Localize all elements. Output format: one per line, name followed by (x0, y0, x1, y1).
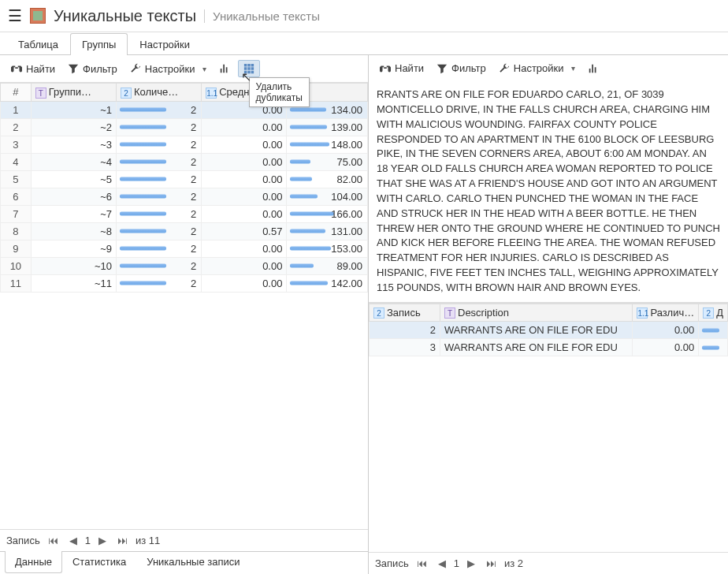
app-icon (30, 8, 46, 24)
left-toolbar: Найти Фильтр Настройки ↖ Удалить дублика… (0, 55, 368, 82)
float-type-icon: 1.1 (206, 88, 217, 99)
tab-groups[interactable]: Группы (70, 33, 128, 55)
table-row[interactable]: 8~820.57131.00 (1, 222, 368, 240)
int-type-icon: 2 (373, 308, 384, 319)
table-row[interactable]: 1~120.00134.00 (1, 101, 368, 118)
detail-text[interactable]: RRANTS ARE ON FILE FOR EDUARDO CARLO, 21… (369, 81, 728, 302)
title-bar: ☰ Уникальные тексты Уникальные тексты (0, 0, 728, 32)
col-diff[interactable]: 1.1Различ… (633, 304, 699, 322)
col-record[interactable]: 2Запись (370, 304, 440, 322)
binoculars-icon (11, 63, 22, 74)
int-type-icon: 2 (121, 88, 132, 99)
table-row[interactable]: 11~1120.00142.00 (1, 274, 368, 292)
prev-page[interactable]: ◀ (66, 535, 80, 546)
col-group[interactable]: TГруппи… (31, 84, 116, 102)
wrench-icon (499, 63, 510, 74)
next-page[interactable]: ▶ (464, 557, 478, 569)
left-grid[interactable]: # TГруппи… 2Количе… 1.1Средне… 1~120.001… (0, 82, 368, 529)
settings-dropdown[interactable]: Настройки (125, 61, 211, 77)
dedup-button[interactable] (238, 60, 260, 77)
binoculars-icon (380, 63, 391, 74)
tab-table[interactable]: Таблица (6, 33, 70, 55)
settings-dropdown[interactable]: Настройки (494, 60, 580, 76)
table-row[interactable]: 10~1020.0089.00 (1, 257, 368, 274)
float-type-icon: 1.1 (637, 308, 648, 319)
filter-button[interactable]: Фильтр (63, 61, 122, 77)
col-last[interactable]: 2Д (699, 304, 728, 322)
main-tabs: Таблица Группы Настройки (0, 32, 728, 55)
tooltip: Удалить дубликаты (249, 77, 310, 107)
table-row[interactable]: 6~620.00104.00 (1, 188, 368, 205)
last-page[interactable]: ⏭ (483, 557, 500, 569)
table-row[interactable]: 3~320.00148.00 (1, 136, 368, 153)
table-row[interactable]: 9~920.00153.00 (1, 240, 368, 257)
col-count[interactable]: 2Количе… (116, 84, 201, 102)
funnel-icon (436, 63, 448, 74)
col-rownum[interactable]: # (1, 84, 32, 102)
table-row[interactable]: 5~520.0082.00 (1, 170, 368, 188)
find-button[interactable]: Найти (6, 61, 60, 77)
funnel-icon (68, 63, 79, 74)
page-title: Уникальные тексты (54, 7, 196, 25)
last-page[interactable]: ⏭ (114, 535, 131, 546)
page-subtitle: Уникальные тексты (204, 9, 320, 23)
btab-unique[interactable]: Уникальные записи (136, 551, 250, 573)
bar-chart-icon (588, 63, 599, 74)
right-toolbar: Найти Фильтр Настройки (369, 55, 728, 81)
bottom-tabs: Данные Статистика Уникальные записи (0, 551, 368, 574)
grid-icon (243, 63, 254, 74)
table-row[interactable]: 2~220.00139.00 (1, 118, 368, 136)
first-page[interactable]: ⏮ (45, 535, 61, 546)
left-pager: Запись ⏮ ◀ 1 ▶ ⏭ из 11 (0, 529, 368, 551)
table-row[interactable]: 3WARRANTS ARE ON FILE FOR EDU0.00 (370, 339, 728, 356)
btab-stats[interactable]: Статистика (62, 551, 136, 573)
chart-button[interactable] (214, 61, 235, 76)
text-type-icon: T (444, 308, 455, 319)
left-pane: Найти Фильтр Настройки ↖ Удалить дублика… (0, 55, 369, 574)
table-row[interactable]: 2WARRANTS ARE ON FILE FOR EDU0.00 (370, 322, 728, 339)
tab-settings[interactable]: Настройки (128, 33, 202, 55)
right-pane: Найти Фильтр Настройки RRANTS ARE ON FIL… (369, 55, 728, 574)
chart-button[interactable] (583, 61, 604, 76)
right-grid[interactable]: 2Запись TDescription 1.1Различ… 2Д 2WARR… (369, 303, 728, 552)
first-page[interactable]: ⏮ (414, 557, 430, 569)
text-type-icon: T (35, 88, 46, 99)
bar-chart-icon (219, 63, 230, 74)
prev-page[interactable]: ◀ (435, 557, 449, 569)
find-button[interactable]: Найти (375, 60, 429, 76)
col-description[interactable]: TDescription (440, 304, 633, 322)
int-type-icon: 2 (703, 308, 714, 319)
filter-button[interactable]: Фильтр (432, 60, 491, 76)
wrench-icon (130, 63, 141, 74)
table-row[interactable]: 7~720.00166.00 (1, 205, 368, 222)
menu-icon[interactable]: ☰ (8, 6, 22, 25)
right-pager: Запись ⏮ ◀ 1 ▶ ⏭ из 2 (369, 552, 728, 574)
next-page[interactable]: ▶ (95, 535, 110, 546)
btab-data[interactable]: Данные (5, 551, 62, 573)
table-row[interactable]: 4~420.0075.00 (1, 153, 368, 170)
